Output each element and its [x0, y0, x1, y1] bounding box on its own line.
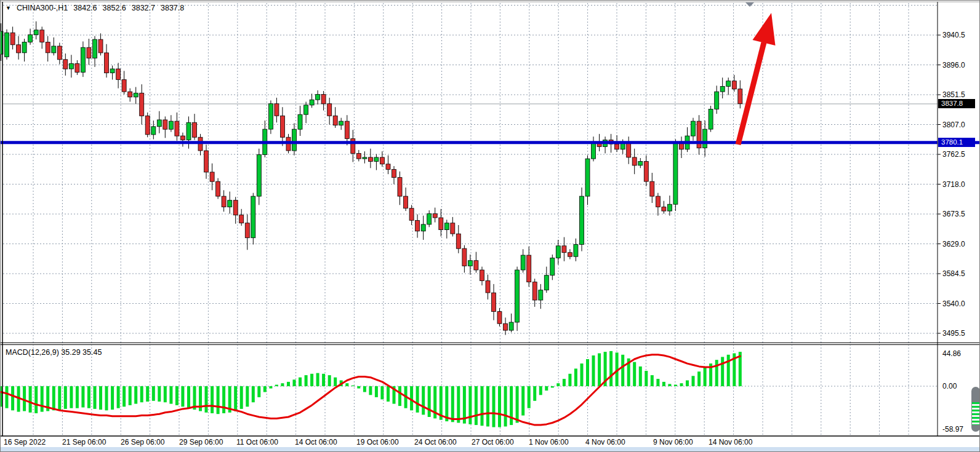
price-axis-label: 3673.5: [942, 210, 965, 218]
quote-low: 3832.7: [132, 4, 155, 12]
symbol-dropdown-icon[interactable]: ▼: [6, 5, 11, 11]
price-axis-label: 3896.0: [942, 61, 965, 69]
time-axis-label: 29 Sep 06:00: [179, 438, 223, 446]
quote-high: 3852.6: [103, 4, 126, 12]
price-axis-label: 3540.0: [942, 299, 965, 308]
candles-series: [1, 22, 742, 335]
time-axis-label: 11 Oct 06:00: [236, 438, 278, 446]
price-axis-label: 3851.5: [942, 90, 965, 99]
vertical-gridlines: [33, 3, 909, 435]
macd-axis-label: -58.97: [942, 425, 963, 434]
time-axis-label: 21 Sep 06:00: [62, 438, 106, 446]
scrollbar-stripes: [972, 402, 979, 425]
time-axis-label: 27 Oct 06:00: [472, 438, 514, 446]
time-axis-label: 16 Sep 2022: [4, 438, 46, 446]
time-axis-label: 14 Oct 06:00: [295, 438, 337, 446]
price-gridlines: [3, 6, 938, 334]
price-axis-label: 3718.0: [942, 180, 965, 189]
price-axis-label: 3584.5: [942, 269, 965, 278]
time-axis-label: 1 Nov 06:00: [529, 438, 569, 446]
price-axis-label: 3762.5: [942, 150, 965, 159]
price-axis-label: 3807.0: [942, 121, 965, 129]
time-axis-label: 19 Oct 06:00: [356, 438, 399, 446]
pane-frame: [1, 2, 980, 436]
candlestick-chart[interactable]: [1, 1, 980, 452]
time-axis-label: 24 Oct 06:00: [414, 438, 457, 446]
price-axis-label: 3629.0: [942, 240, 965, 248]
macd-axis-label: 0.00: [942, 382, 957, 391]
scrollbar-thumb[interactable]: [971, 387, 980, 432]
symbol-label: CHINA300-,H1: [17, 4, 68, 12]
time-axis-label: 14 Nov 06:00: [709, 438, 752, 446]
time-axis-label: 26 Sep 06:00: [121, 438, 164, 446]
price-tag: 3837.8: [938, 99, 975, 108]
price-axis-label: 3495.5: [942, 329, 965, 338]
quote-open: 3842.6: [73, 4, 97, 12]
trading-chart-window: ▼ CHINA300-,H1 3842.6 3852.6 3832.7 3837…: [0, 0, 980, 452]
price-axis-label: 3940.5: [942, 31, 965, 39]
time-axis-label: 4 Nov 06:00: [585, 438, 625, 446]
chart-shift-marker-icon[interactable]: [745, 2, 754, 7]
quote-close: 3837.8: [161, 4, 184, 12]
price-tag: 3780.1: [938, 138, 975, 147]
window-bottom-edge: [1, 447, 980, 452]
macd-axis-label: 44.86: [942, 349, 961, 358]
time-axis-label: 9 Nov 06:00: [653, 438, 693, 446]
macd-indicator-label: MACD(12,26,9) 35.29 35.45: [6, 348, 102, 357]
chart-header: ▼ CHINA300-,H1 3842.6 3852.6 3832.7 3837…: [6, 4, 184, 12]
